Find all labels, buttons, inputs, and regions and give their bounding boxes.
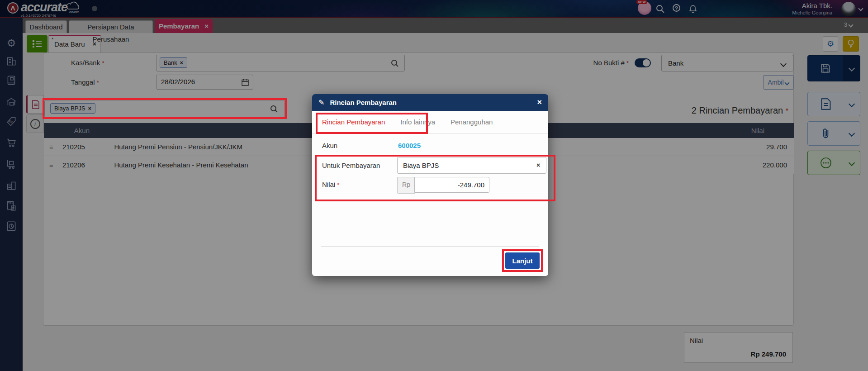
clear-input-icon[interactable]: × [536,162,540,169]
modal-tab-penangguhan[interactable]: Penangguhan [451,118,493,126]
untuk-pembayaran-label: Untuk Pembayaran [322,162,380,169]
modal-header: ✎ Rincian Pembayaran × [312,94,548,111]
pencil-icon: ✎ [318,98,324,107]
modal-tabbar: Rincian Pembayaran Info lainnya Penanggu… [312,111,548,133]
untuk-pembayaran-input[interactable] [397,157,546,174]
footer-divider [321,247,539,247]
akun-value-link[interactable]: 600025 [398,142,421,149]
nilai-input[interactable] [414,177,489,193]
rincian-pembayaran-modal: ✎ Rincian Pembayaran × Rincian Pembayara… [312,94,548,276]
modal-tab-info-lainnya[interactable]: Info lainnya [400,118,435,126]
nilai-label: Nilai * [322,181,339,188]
currency-prefix: Rp [397,177,415,194]
lanjut-button[interactable]: Lanjut [505,252,540,269]
modal-tab-rincian[interactable]: Rincian Pembayaran [322,118,385,126]
akun-label: Akun [322,142,337,149]
modal-title: Rincian Pembayaran [330,99,397,106]
modal-close-icon[interactable]: × [537,98,542,107]
